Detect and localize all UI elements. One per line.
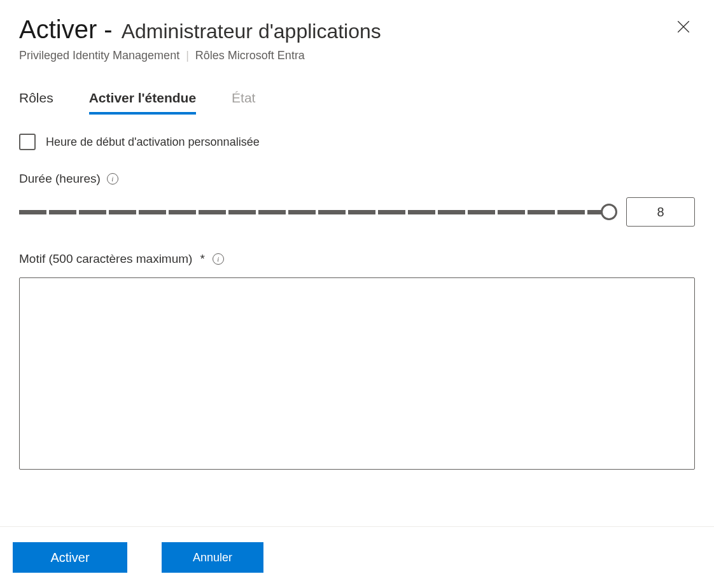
custom-start-checkbox[interactable] [19,134,36,150]
slider-thumb[interactable] [601,204,617,220]
tab-activate-scope[interactable]: Activer l'étendue [89,90,196,115]
cancel-button[interactable]: Annuler [162,542,263,573]
title-row: Activer - Administrateur d'applications [19,15,695,44]
custom-start-label: Heure de début d'activation personnalisé… [46,136,260,149]
reason-label: Motif (500 caractères maximum) [19,252,192,266]
duration-slider-row [19,197,695,227]
title-prefix: Activer - [19,15,113,44]
tab-roles[interactable]: Rôles [19,90,53,115]
breadcrumb-divider: | [186,49,189,62]
info-icon[interactable]: i [213,253,224,265]
breadcrumb: Privileged Identity Management | Rôles M… [19,49,695,62]
duration-value-input[interactable] [626,197,695,227]
custom-start-row: Heure de début d'activation personnalisé… [19,134,695,150]
footer: Activer Annuler [0,526,714,588]
panel-header: Activer - Administrateur d'applications … [0,0,714,62]
close-button[interactable] [675,18,692,36]
tab-bar: Rôles Activer l'étendue État [0,62,714,115]
duration-label: Durée (heures) [19,172,101,186]
activate-button[interactable]: Activer [13,542,127,573]
info-icon[interactable]: i [107,173,118,185]
close-icon [677,20,690,33]
reason-label-row: Motif (500 caractères maximum) * i [19,252,695,266]
title-role: Administrateur d'applications [122,20,381,43]
breadcrumb-service: Privileged Identity Management [19,49,179,62]
form-content: Heure de début d'activation personnalisé… [0,115,714,472]
required-marker: * [200,252,204,266]
breadcrumb-section: Rôles Microsoft Entra [195,49,305,62]
duration-label-row: Durée (heures) i [19,172,695,186]
reason-textarea[interactable] [19,277,695,470]
tab-status: État [232,90,255,115]
duration-slider[interactable] [19,204,615,220]
slider-segments [19,210,615,214]
